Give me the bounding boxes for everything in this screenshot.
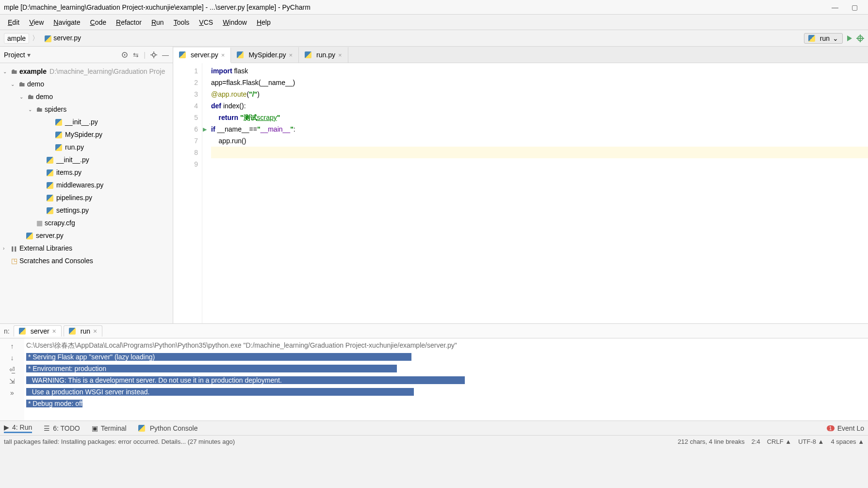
- close-icon[interactable]: ×: [52, 327, 56, 335]
- hide-icon[interactable]: —: [162, 51, 169, 59]
- tab-run-py[interactable]: run.py×: [299, 47, 348, 63]
- tab-server-py[interactable]: server.py×: [173, 48, 231, 63]
- svg-point-6: [152, 53, 155, 56]
- editor-gutter: 123456▶789: [173, 63, 202, 323]
- event-log-button[interactable]: 1Event Lo: [827, 424, 864, 432]
- menu-run[interactable]: Run: [147, 17, 169, 28]
- editor-body[interactable]: 123456▶789 import flaskapp=flask.Flask(_…: [173, 63, 868, 323]
- minimize-button[interactable]: —: [825, 3, 845, 11]
- chevron-down-icon: ⌄: [833, 34, 838, 42]
- event-badge: 1: [827, 425, 835, 431]
- breadcrumb-project[interactable]: ample: [4, 33, 29, 44]
- tree-node[interactable]: pipelines.py: [0, 191, 173, 204]
- maximize-button[interactable]: ▢: [845, 3, 864, 11]
- tool-window-run[interactable]: ▶ 4: Run: [4, 423, 32, 433]
- breadcrumb-sep: 〉: [32, 34, 39, 43]
- menu-tools[interactable]: Tools: [169, 17, 195, 28]
- menu-code[interactable]: Code: [85, 17, 111, 28]
- close-icon[interactable]: ×: [338, 51, 342, 59]
- tree-node[interactable]: ›∥∥External Libraries: [0, 242, 173, 254]
- close-icon[interactable]: ×: [221, 51, 225, 59]
- more-icon[interactable]: »: [10, 389, 14, 397]
- run-tab-run[interactable]: run ×: [64, 325, 102, 337]
- menu-edit[interactable]: Edit: [3, 17, 24, 28]
- status-bar: tall packages failed: Installing package…: [0, 435, 868, 448]
- status-position[interactable]: 2:4: [752, 438, 760, 445]
- tree-node[interactable]: server.py: [0, 229, 173, 242]
- tree-node[interactable]: MySpider.py: [0, 128, 173, 141]
- toolbar-right: run ⌄: [804, 33, 864, 44]
- run-panel: n: server ×run × ↑ ↓ ⏎̲ ⇲ » C:\Users\徐春杰…: [0, 323, 868, 421]
- tree-node[interactable]: items.py: [0, 166, 173, 179]
- status-line-ending[interactable]: CRLF ▲: [767, 438, 791, 445]
- tree-node[interactable]: ⌄🖿demo: [0, 90, 173, 103]
- project-sidebar: Project ▾ ⇆ | — ⌄🖿exampleD:\machine_lear…: [0, 47, 173, 323]
- close-icon[interactable]: ×: [93, 327, 97, 335]
- close-icon[interactable]: ×: [289, 51, 293, 59]
- debug-button[interactable]: [856, 34, 864, 42]
- project-tree[interactable]: ⌄🖿exampleD:\machine_learning\Graduation …: [0, 63, 173, 323]
- up-arrow-icon[interactable]: ↑: [11, 342, 14, 350]
- status-chars: 212 chars, 4 line breaks: [678, 438, 745, 445]
- project-tool-header: Project ▾ ⇆ | —: [0, 47, 173, 63]
- tool-window-bar: ▶ 4: Run ☰ 6: TODO ▣ Terminal Python Con…: [0, 421, 868, 435]
- project-label[interactable]: Project: [4, 51, 25, 59]
- console-output[interactable]: C:\Users\徐春杰\AppData\Local\Programs\Pyth…: [24, 338, 868, 421]
- tool-window-python-console[interactable]: Python Console: [138, 424, 198, 432]
- export-icon[interactable]: ⇲: [9, 377, 15, 385]
- editor-area: server.py×MySpider.py×run.py× 123456▶789…: [173, 47, 868, 323]
- menu-vcs[interactable]: VCS: [194, 17, 218, 28]
- python-file-icon: [179, 51, 186, 58]
- tree-node[interactable]: ⌄🖿demo: [0, 78, 173, 90]
- svg-point-5: [124, 54, 126, 55]
- collapse-icon[interactable]: ⇆: [133, 51, 139, 59]
- window-title: mple [D:\machine_learning\Graduation Pro…: [4, 3, 825, 11]
- python-file-icon: [45, 35, 51, 42]
- svg-marker-0: [847, 35, 852, 41]
- target-icon[interactable]: [121, 51, 128, 58]
- gear-icon[interactable]: [150, 51, 157, 58]
- menu-view[interactable]: View: [24, 17, 49, 28]
- tree-node[interactable]: ⌄🖿spiders: [0, 103, 173, 116]
- tree-node[interactable]: middlewares.py: [0, 179, 173, 191]
- run-config-selector[interactable]: run ⌄: [804, 33, 843, 44]
- python-icon: [138, 425, 145, 432]
- tree-node[interactable]: __init__.py: [0, 116, 173, 128]
- tree-node[interactable]: ◳Scratches and Consoles: [0, 254, 173, 267]
- run-panel-label: n:: [4, 327, 10, 335]
- tree-node[interactable]: settings.py: [0, 204, 173, 217]
- wrap-icon[interactable]: ⏎̲: [9, 366, 15, 373]
- run-button[interactable]: [846, 34, 853, 42]
- status-message[interactable]: tall packages failed: Installing package…: [4, 438, 235, 445]
- run-tab-server[interactable]: server ×: [14, 325, 62, 337]
- tree-node[interactable]: ⌄🖿exampleD:\machine_learning\Graduation …: [0, 65, 173, 78]
- python-file-icon: [237, 51, 244, 58]
- editor-tabs: server.py×MySpider.py×run.py×: [173, 47, 868, 63]
- menu-window[interactable]: Window: [218, 17, 252, 28]
- divider: |: [144, 51, 146, 59]
- status-encoding[interactable]: UTF-8 ▲: [798, 438, 824, 445]
- console-actions: ↑ ↓ ⏎̲ ⇲ »: [0, 338, 24, 421]
- tree-node[interactable]: ▦scrapy.cfg: [0, 217, 173, 229]
- python-file-icon: [19, 328, 26, 335]
- breadcrumb-file[interactable]: server.py: [42, 33, 84, 43]
- breadcrumb: ample 〉 server.py: [4, 33, 84, 44]
- editor-code[interactable]: import flaskapp=flask.Flask(__name__)@ap…: [202, 63, 868, 323]
- menu-refactor[interactable]: Refactor: [111, 17, 147, 28]
- tool-window-terminal[interactable]: ▣ Terminal: [92, 424, 127, 432]
- run-tabs: n: server ×run ×: [0, 324, 868, 338]
- status-indent[interactable]: 4 spaces ▲: [831, 438, 864, 445]
- menu-help[interactable]: Help: [252, 17, 276, 28]
- down-arrow-icon[interactable]: ↓: [11, 354, 14, 362]
- title-bar: mple [D:\machine_learning\Graduation Pro…: [0, 0, 868, 15]
- python-file-icon: [808, 35, 815, 42]
- main-area: Project ▾ ⇆ | — ⌄🖿exampleD:\machine_lear…: [0, 47, 868, 323]
- menu-navigate[interactable]: Navigate: [49, 17, 85, 28]
- tree-node[interactable]: __init__.py: [0, 153, 173, 166]
- nav-bar: ample 〉 server.py run ⌄: [0, 30, 868, 47]
- chevron-down-icon[interactable]: ▾: [27, 51, 31, 59]
- tab-MySpider-py[interactable]: MySpider.py×: [231, 47, 299, 63]
- tool-window-todo[interactable]: ☰ 6: TODO: [44, 424, 80, 432]
- tree-node[interactable]: run.py: [0, 141, 173, 153]
- menu-bar: EditViewNavigateCodeRefactorRunToolsVCSW…: [0, 15, 868, 30]
